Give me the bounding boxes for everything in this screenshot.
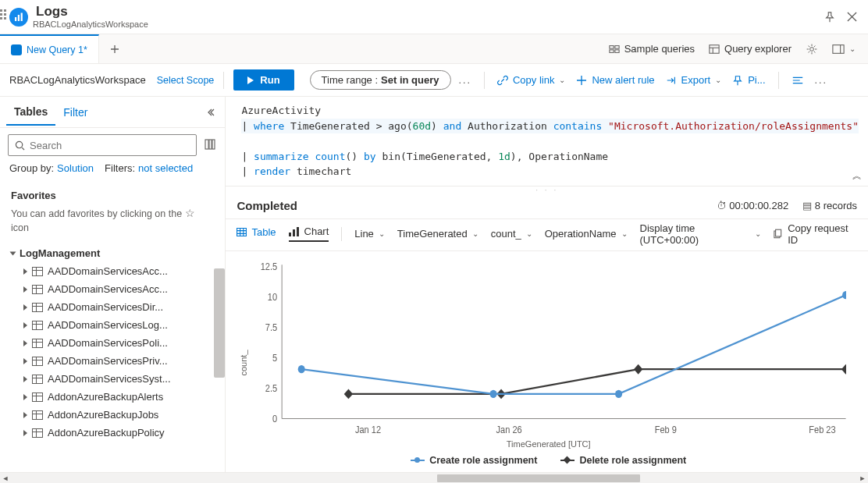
pin-to-button[interactable]: Pi... [729, 71, 768, 89]
column-options-icon[interactable] [203, 139, 217, 152]
pin-icon[interactable] [821, 9, 838, 26]
add-query-tab[interactable] [99, 34, 130, 63]
select-scope-link[interactable]: Select Scope [157, 75, 215, 86]
search-input[interactable] [30, 140, 190, 151]
legend-item-create[interactable]: Create role assignment [411, 455, 537, 466]
new-alert-button[interactable]: New alert rule [573, 71, 657, 89]
play-icon [247, 76, 254, 84]
group-by-value[interactable]: Solution [57, 162, 94, 174]
table-icon [32, 428, 43, 438]
format-button[interactable] [788, 72, 807, 89]
sample-queries-icon [609, 44, 620, 55]
caret-icon [23, 358, 27, 364]
stopwatch-icon: ⏱ [717, 200, 727, 211]
scroll-right-icon[interactable]: ► [857, 473, 868, 483]
x-axis-selector[interactable]: TimeGenerated⌄ [397, 228, 478, 240]
svg-point-36 [490, 389, 497, 397]
copy-request-id-button[interactable]: Copy request ID [774, 222, 857, 246]
table-icon [32, 339, 43, 348]
table-icon [32, 303, 43, 312]
favorites-heading: Favorites [0, 180, 225, 203]
caret-icon [23, 304, 27, 311]
svg-rect-2 [21, 12, 23, 21]
query-explorer-button[interactable]: Query explorer [703, 39, 798, 59]
copy-link-button[interactable]: Copy link ⌄ [494, 71, 568, 89]
table-icon [32, 285, 43, 294]
table-row[interactable]: AADDomainServicesLog... [6, 316, 219, 334]
svg-rect-7 [710, 44, 719, 53]
tree-group-logmanagement[interactable]: LogManagement [6, 244, 219, 262]
table-row[interactable]: AADDomainServicesAcc... [6, 262, 219, 280]
svg-text:Jan 26: Jan 26 [496, 424, 522, 435]
table-icon [32, 321, 43, 330]
panel-toggle-button[interactable]: ⌄ [826, 40, 862, 59]
page-title: Logs [36, 5, 148, 20]
sample-queries-label: Sample queries [624, 43, 695, 55]
results-panel: AzureActivity | where TimeGenerated > ag… [226, 97, 868, 472]
time-range-label: Time range : [322, 74, 379, 86]
sidebar-tab-tables[interactable]: Tables [6, 99, 55, 126]
table-row[interactable]: AADDomainServicesDir... [6, 298, 219, 316]
svg-rect-13 [212, 140, 215, 149]
new-alert-label: New alert rule [592, 74, 654, 86]
scroll-left-icon[interactable]: ◄ [0, 473, 11, 483]
more-actions-2[interactable]: ... [812, 75, 831, 86]
sidebar-scrollbar-thumb[interactable] [214, 268, 225, 378]
view-tab-chart[interactable]: Chart [289, 226, 329, 242]
sidebar-filters-row: Group by: Solution Filters: not selected [0, 162, 225, 180]
horizontal-scrollbar[interactable]: ◄ ► [0, 472, 868, 483]
svg-rect-18 [776, 229, 781, 236]
caret-icon [23, 286, 27, 293]
table-row[interactable]: AADDomainServicesSyst... [6, 370, 219, 388]
y-axis-selector[interactable]: count_⌄ [491, 228, 532, 240]
collapse-sidebar-button[interactable] [203, 105, 219, 120]
settings-button[interactable] [799, 39, 824, 59]
svg-rect-34 [841, 364, 846, 374]
export-button[interactable]: Export ⌄ [663, 71, 725, 89]
chart-view-icon [289, 227, 300, 236]
table-row[interactable]: AddonAzureBackupJobs [6, 406, 219, 424]
scope-name: RBACLogAnalyticsWorkspace [9, 74, 146, 86]
chart-type-selector[interactable]: Line⌄ [354, 228, 385, 240]
table-row[interactable]: AADDomainServicesAcc... [6, 280, 219, 298]
table-row[interactable]: AddonAzureBackupAlerts [6, 388, 219, 406]
collapse-editor-icon[interactable]: ︽ [852, 169, 862, 183]
sample-queries-button[interactable]: Sample queries [603, 39, 701, 59]
caret-icon [23, 376, 27, 382]
display-time-selector[interactable]: Display time (UTC+00:00)⌄ [640, 222, 761, 246]
star-icon: ☆ [185, 207, 195, 219]
svg-text:12.5: 12.5 [261, 261, 278, 272]
query-tab-active[interactable]: New Query 1* [0, 34, 99, 63]
svg-rect-11 [205, 140, 208, 149]
resize-handle[interactable]: · · · [226, 186, 868, 194]
svg-rect-0 [15, 17, 16, 21]
query-editor[interactable]: AzureActivity | where TimeGenerated > ag… [226, 97, 868, 186]
close-icon[interactable] [843, 9, 860, 26]
query-tab-icon [11, 44, 22, 55]
chevron-down-icon: ⌄ [559, 76, 565, 84]
filters-value[interactable]: not selected [138, 162, 193, 174]
svg-point-10 [16, 141, 22, 147]
table-icon [32, 392, 43, 402]
scrollbar-thumb[interactable] [437, 474, 640, 482]
svg-rect-33 [634, 364, 642, 374]
tables-tree: LogManagement AADDomainServicesAcc... AA… [0, 241, 225, 472]
legend-item-delete[interactable]: Delete role assignment [560, 455, 686, 466]
view-tab-table[interactable]: Table [237, 226, 276, 241]
search-input-wrapper[interactable] [8, 134, 197, 156]
svg-text:7.5: 7.5 [265, 321, 278, 333]
export-label: Export [681, 74, 711, 86]
tree-group-label: LogManagement [20, 247, 100, 259]
table-row[interactable]: AddonAzureBackupPolicy [6, 424, 219, 442]
table-row[interactable]: AADDomainServicesPriv... [6, 352, 219, 370]
caret-icon [23, 430, 27, 436]
chevron-down-icon: ⌄ [715, 76, 721, 84]
more-actions[interactable]: ... [456, 75, 475, 86]
series-selector[interactable]: OperationName⌄ [545, 228, 628, 240]
run-button[interactable]: Run [233, 69, 293, 91]
time-range-selector[interactable]: Time range : Set in query [310, 70, 451, 90]
sidebar-tab-filter[interactable]: Filter [55, 100, 95, 125]
separator [484, 72, 485, 89]
filters-label: Filters: [105, 162, 135, 174]
table-row[interactable]: AADDomainServicesPoli... [6, 334, 219, 352]
